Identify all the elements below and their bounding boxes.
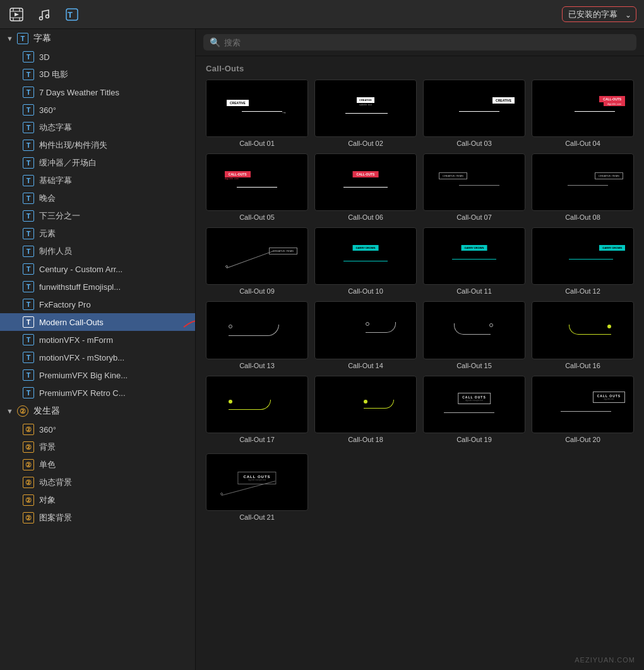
sidebar-item-360[interactable]: T 360° xyxy=(0,101,195,119)
grid-item-17[interactable]: Call-Out 17 xyxy=(206,376,308,443)
grid-item-04[interactable]: CALL-OUTS digi-title.com Call-Out 04 xyxy=(532,80,634,147)
music-icon[interactable] xyxy=(35,6,53,23)
grid-item-18[interactable]: Call-Out 18 xyxy=(314,376,417,443)
grid-item-13[interactable]: Call-Out 13 xyxy=(206,301,308,369)
item-icon-t: T xyxy=(23,104,34,116)
thumb-label-20: Call-Out 20 xyxy=(532,436,634,443)
grid-item-05[interactable]: CALL-OUTS digi-title.com Call-Out 05 xyxy=(206,153,308,221)
sidebar-item-premiumvfx-big[interactable]: T PremiumVFX Big Kine... xyxy=(0,366,195,384)
sidebar-item-gen-object[interactable]: ② 对象 xyxy=(0,491,195,509)
grid-item-21[interactable]: CALL OUTS digi-title example text Call-O… xyxy=(206,453,308,521)
grid-item-03[interactable]: CREATIVE Call-Out 03 xyxy=(423,80,525,147)
sidebar-item-lower3rd[interactable]: T 下三分之一 xyxy=(0,207,195,225)
grid-item-15[interactable]: Call-Out 15 xyxy=(423,301,525,369)
sidebar-item-buffer[interactable]: T 缓冲器／开场白 xyxy=(0,154,195,172)
toolbar: T 已安装的字幕 所有字幕 收藏 已安装的字幕 xyxy=(0,0,644,29)
sidebar-item-3d-movie[interactable]: T 3D 电影 xyxy=(0,66,195,83)
thumb-content-07: CREATIVE ITEMS xyxy=(424,154,525,210)
thumb-content-17 xyxy=(206,376,307,433)
thumb-07: CREATIVE ITEMS xyxy=(423,153,525,211)
grid-item-10[interactable]: GARRY DROWN Call-Out 10 xyxy=(314,227,417,295)
thumb-20: CALL OUTS digi-title text xyxy=(532,376,634,433)
thumb-label-19: Call-Out 19 xyxy=(423,436,525,443)
sidebar-item-label: Century - Custom Arr... xyxy=(39,265,122,274)
thumb-label-03: Call-Out 03 xyxy=(423,140,525,147)
thumb-16 xyxy=(532,301,634,359)
svg-point-3 xyxy=(46,15,49,18)
thumb-label-08: Call-Out 08 xyxy=(532,213,634,221)
sidebar-item-label: 单色 xyxy=(39,459,56,470)
titles-icon[interactable]: T xyxy=(63,6,81,23)
thumb-label-07: Call-Out 07 xyxy=(423,213,525,221)
grid-item-02[interactable]: CREATIVE subtitle text Call-Out 02 xyxy=(314,80,417,147)
grid-item-08[interactable]: CREATIVE ITEMS Call-Out 08 xyxy=(532,153,634,221)
sidebar-item-label: 基础字幕 xyxy=(39,175,72,186)
sidebar-item-7days[interactable]: T 7 Days Weather Titles xyxy=(0,83,195,101)
sidebar-item-label: 制作人员 xyxy=(39,246,72,257)
sidebar-item-premiumvfx-retro[interactable]: T PremiumVFX Retro C... xyxy=(0,384,195,402)
title-type-icon: T xyxy=(17,33,28,44)
sidebar-item-label: 构件出现/构件消失 xyxy=(39,140,107,151)
sidebar-item-gen-dynamic-bg[interactable]: ② 动态背景 xyxy=(0,474,195,491)
sidebar-item-label: Modern Call-Outs xyxy=(39,318,104,327)
thumb-05: CALL-OUTS digi-title.com xyxy=(206,153,308,211)
item-icon-t: T xyxy=(23,210,34,222)
sidebar-item-century[interactable]: T Century - Custom Arr... xyxy=(0,260,195,278)
sidebar-item-evening[interactable]: T 晚会 xyxy=(0,189,195,207)
sidebar-item-basic[interactable]: T 基础字幕 xyxy=(0,172,195,189)
grid-item-09[interactable]: CREATIVE ITEMS Call-Out 09 xyxy=(206,227,308,295)
grid-item-12[interactable]: GARRY DROWN Call-Out 12 xyxy=(532,227,634,295)
sidebar-item-label: 3D 电影 xyxy=(39,69,68,80)
thumb-label-17: Call-Out 17 xyxy=(206,436,308,443)
thumb-label-16: Call-Out 16 xyxy=(532,362,634,369)
grid-item-16[interactable]: Call-Out 16 xyxy=(532,301,634,369)
grid-item-11[interactable]: GARRY DROWN Call-Out 11 xyxy=(423,227,525,295)
thumb-content-16 xyxy=(532,302,633,358)
item-icon-t: T xyxy=(23,69,34,80)
thumb-label-18: Call-Out 18 xyxy=(314,436,417,443)
sidebar-item-credits[interactable]: T 制作人员 xyxy=(0,242,195,260)
sidebar-item-label: 元素 xyxy=(39,228,56,239)
item-icon-t: T xyxy=(23,51,34,63)
svg-text:T: T xyxy=(68,10,73,20)
sidebar-item-dynamic[interactable]: T 动态字幕 xyxy=(0,119,195,136)
sidebar-item-modern-callouts[interactable]: T Modern Call-Outs xyxy=(0,313,195,331)
sidebar-item-component[interactable]: T 构件出现/构件消失 xyxy=(0,136,195,154)
grid-item-06[interactable]: CALL-OUTS Call-Out 06 xyxy=(314,153,417,221)
sidebar-item-label: 下三分之一 xyxy=(39,210,80,222)
item-icon-t: T xyxy=(23,281,34,292)
sidebar-item-gen-bg[interactable]: ② 背景 xyxy=(0,438,195,456)
item-icon-gen: ② xyxy=(23,494,34,506)
thumb-10: GARRY DROWN xyxy=(314,227,417,285)
sidebar-item-label: 晚会 xyxy=(39,193,56,204)
sidebar-item-gen-pattern[interactable]: ② 图案背景 xyxy=(0,509,195,527)
thumb-06: CALL-OUTS xyxy=(314,153,417,211)
item-icon-t: T xyxy=(23,352,34,363)
sidebar-item-gen-solid[interactable]: ② 单色 xyxy=(0,456,195,474)
category-dropdown[interactable]: 已安装的字幕 所有字幕 收藏 xyxy=(562,6,636,22)
grid-item-01[interactable]: CREATIVE → Call-Out 01 xyxy=(206,80,308,147)
search-input-wrap[interactable]: 🔍 xyxy=(203,34,636,51)
thumb-21: CALL OUTS digi-title example text xyxy=(206,453,308,511)
search-input[interactable] xyxy=(224,38,630,47)
grid-item-20[interactable]: CALL OUTS digi-title text Call-Out 20 xyxy=(532,376,634,443)
watermark: AEZIYUAN.COM xyxy=(575,656,635,664)
sidebar-item-3d[interactable]: T 3D xyxy=(0,48,195,66)
grid-item-14[interactable]: Call-Out 14 xyxy=(314,301,417,369)
sidebar-item-label: PremiumVFX Retro C... xyxy=(39,388,126,398)
sidebar-item-element[interactable]: T 元素 xyxy=(0,225,195,242)
grid-item-07[interactable]: CREATIVE ITEMS Call-Out 07 xyxy=(423,153,525,221)
sidebar-section-titles[interactable]: ▼ T 字幕 xyxy=(0,29,195,48)
sidebar-item-gen-360[interactable]: ② 360° xyxy=(0,421,195,438)
movie-icon[interactable] xyxy=(8,6,25,23)
sidebar-item-motionvfx-mstory[interactable]: T motionVFX - mStoryb... xyxy=(0,349,195,366)
sidebar-item-funwithstuff[interactable]: T funwithstuff Emojispl... xyxy=(0,278,195,296)
thumb-label-15: Call-Out 15 xyxy=(423,362,525,369)
thumb-content-03: CREATIVE xyxy=(424,80,525,136)
grid-item-19[interactable]: CALL OUTS digi-title example text Call-O… xyxy=(423,376,525,443)
category-dropdown-wrap[interactable]: 已安装的字幕 所有字幕 收藏 已安装的字幕 xyxy=(562,6,636,22)
sidebar-item-fxfactory[interactable]: T FxFactory Pro xyxy=(0,296,195,313)
sidebar-item-label: motionVFX - mForm xyxy=(39,335,113,345)
sidebar-item-motionvfx-mform[interactable]: T motionVFX - mForm xyxy=(0,331,195,349)
sidebar-section-generators[interactable]: ▼ ② 发生器 xyxy=(0,402,195,421)
